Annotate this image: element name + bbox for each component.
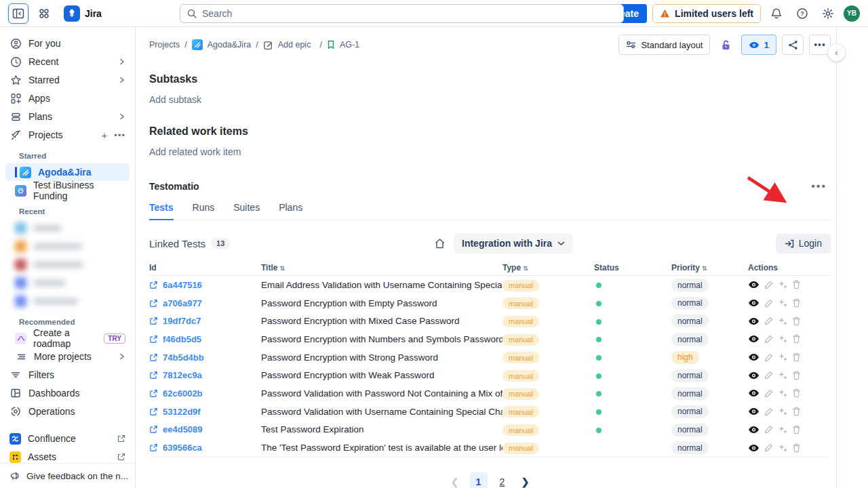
home-icon[interactable] [434, 238, 446, 249]
pagination-page-1[interactable]: 1 [470, 472, 488, 488]
test-id-link[interactable]: 6a447516 [163, 280, 202, 290]
recent-project-item[interactable] [5, 256, 130, 273]
view-test-icon[interactable] [748, 299, 760, 307]
tab-plans[interactable]: Plans [279, 202, 302, 220]
testomatio-more-icon[interactable]: ••• [811, 180, 831, 192]
recent-project-item[interactable] [5, 237, 130, 255]
test-id-link[interactable]: ee4d5089 [163, 424, 203, 434]
delete-test-icon[interactable] [792, 388, 801, 398]
ai-sparkle-icon[interactable] [778, 298, 787, 308]
sidebar-item-for-you[interactable]: For you [5, 35, 130, 52]
give-feedback-button[interactable]: Give feedback on the n... [0, 463, 135, 488]
ai-sparkle-icon[interactable] [778, 425, 787, 434]
ai-sparkle-icon[interactable] [778, 317, 787, 326]
collapse-panel-button[interactable]: ‹ [827, 43, 846, 62]
edit-test-icon[interactable] [764, 443, 773, 452]
standard-layout-button[interactable]: Standard layout [618, 35, 710, 55]
tab-suites[interactable]: Suites [233, 202, 260, 220]
sidebar-item-operations[interactable]: Operations [5, 403, 130, 420]
pagination-page-2[interactable]: 2 [494, 472, 511, 488]
view-test-icon[interactable] [748, 281, 760, 289]
ai-sparkle-icon[interactable] [778, 280, 787, 289]
edit-test-icon[interactable] [764, 407, 773, 416]
sidebar-project-agoda-jira[interactable]: Agoda&Jira [5, 163, 130, 181]
breadcrumb-issue-key[interactable]: AG-1 [340, 40, 359, 49]
column-header-type[interactable]: Type⇅ [502, 263, 594, 272]
delete-test-icon[interactable] [792, 371, 801, 380]
settings-button[interactable] [818, 3, 838, 24]
sidebar-toggle-button[interactable] [8, 3, 28, 24]
test-id-link[interactable]: 7812ec9a [163, 370, 202, 380]
sidebar-item-plans[interactable]: Plans [5, 108, 130, 125]
sidebar-item-more-projects[interactable]: More projects [5, 348, 130, 365]
edit-test-icon[interactable] [764, 335, 773, 344]
login-button[interactable]: Login [776, 234, 831, 253]
ai-sparkle-icon[interactable] [778, 388, 787, 398]
recent-project-item[interactable] [5, 274, 130, 291]
pagination-prev-icon[interactable]: ❮ [447, 472, 463, 488]
test-id-link[interactable]: 19df7dc7 [163, 316, 201, 326]
sidebar-item-starred[interactable]: Starred [5, 71, 130, 89]
view-test-icon[interactable] [748, 426, 760, 434]
edit-test-icon[interactable] [764, 281, 773, 289]
pagination-next-icon[interactable]: ❯ [517, 472, 534, 488]
sidebar-item-projects[interactable]: Projects + ••• [5, 126, 130, 144]
view-test-icon[interactable] [748, 335, 760, 343]
search-input[interactable] [180, 4, 624, 23]
projects-more-icon[interactable]: ••• [114, 130, 125, 140]
recent-project-item[interactable] [5, 219, 130, 237]
column-header-title[interactable]: Title⇅ [261, 263, 502, 272]
view-test-icon[interactable] [748, 317, 760, 325]
test-id-link[interactable]: a706a977 [163, 298, 202, 308]
add-subtask-button[interactable]: Add subtask [149, 94, 831, 105]
sidebar-item-apps[interactable]: Apps [5, 89, 130, 107]
add-related-work-button[interactable]: Add related work item [149, 146, 831, 157]
ai-sparkle-icon[interactable] [778, 443, 787, 453]
delete-test-icon[interactable] [792, 443, 801, 453]
view-test-icon[interactable] [748, 371, 760, 380]
delete-test-icon[interactable] [792, 425, 801, 434]
edit-test-icon[interactable] [764, 389, 773, 398]
limited-users-button[interactable]: Limited users left [652, 4, 761, 23]
sidebar-item-dashboards[interactable]: Dashboards [5, 384, 130, 402]
tab-tests[interactable]: Tests [149, 202, 174, 220]
view-test-icon[interactable] [748, 389, 760, 397]
sidebar-item-filters[interactable]: Filters [5, 366, 130, 384]
breadcrumb-projects[interactable]: Projects [149, 40, 180, 49]
notifications-button[interactable] [766, 3, 787, 24]
breadcrumb-project[interactable]: Agoda&Jira [208, 40, 252, 49]
edit-test-icon[interactable] [764, 299, 773, 308]
sidebar-item-recent[interactable]: Recent [5, 53, 130, 70]
ai-sparkle-icon[interactable] [778, 352, 787, 362]
brand[interactable]: Jira [64, 5, 102, 22]
delete-test-icon[interactable] [792, 280, 801, 289]
delete-test-icon[interactable] [792, 352, 801, 362]
test-id-link[interactable]: 53122d9f [163, 407, 201, 417]
recent-project-item[interactable] [5, 292, 130, 310]
view-test-icon[interactable] [748, 353, 760, 361]
test-id-link[interactable]: 639566ca [163, 443, 202, 453]
watchers-button[interactable]: 1 [741, 35, 776, 55]
column-header-priority[interactable]: Priority⇅ [671, 263, 748, 272]
edit-test-icon[interactable] [764, 317, 773, 325]
unlock-button[interactable] [715, 35, 736, 55]
view-test-icon[interactable] [748, 407, 760, 415]
test-id-link[interactable]: 62c6002b [163, 388, 203, 399]
ai-sparkle-icon[interactable] [778, 334, 787, 344]
help-button[interactable]: ? [792, 3, 812, 24]
delete-test-icon[interactable] [792, 334, 801, 344]
edit-test-icon[interactable] [764, 371, 773, 380]
edit-test-icon[interactable] [764, 425, 773, 434]
sidebar-item-confluence[interactable]: Confluence [5, 430, 130, 447]
view-test-icon[interactable] [748, 444, 760, 452]
delete-test-icon[interactable] [792, 317, 801, 326]
share-button[interactable] [782, 35, 804, 55]
delete-test-icon[interactable] [792, 298, 801, 308]
app-switcher-button[interactable] [34, 3, 54, 24]
tab-runs[interactable]: Runs [193, 202, 215, 220]
sidebar-project-test-ibusiness[interactable]: Test iBusiness Funding [5, 182, 130, 199]
user-avatar[interactable]: YB [844, 5, 860, 22]
add-project-icon[interactable]: + [102, 129, 108, 141]
ai-sparkle-icon[interactable] [778, 407, 787, 416]
edit-test-icon[interactable] [764, 353, 773, 362]
